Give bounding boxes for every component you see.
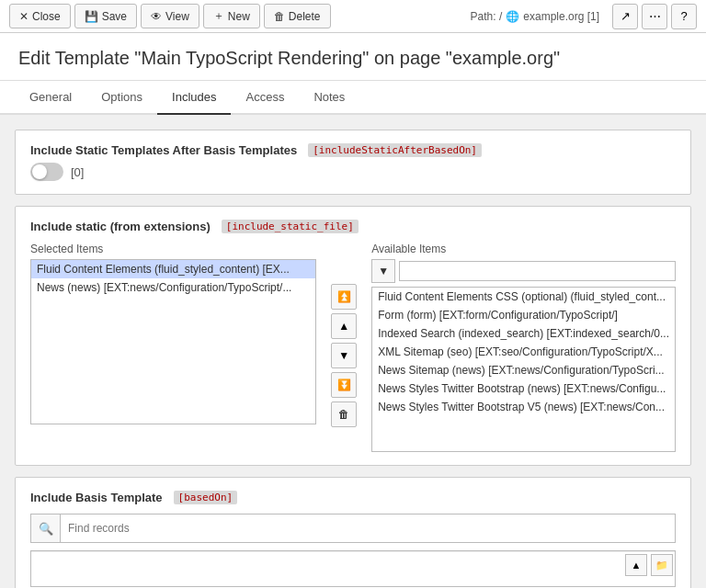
close-button[interactable]: ✕ Close	[9, 4, 71, 28]
selected-items-panel: Selected Items Fluid Content Elements (f…	[30, 243, 316, 452]
close-icon: ✕	[19, 10, 28, 23]
list-item[interactable]: News Styles Twitter Bootstrap (news) [EX…	[372, 379, 675, 398]
include-static-card: Include static (from extensions) [includ…	[15, 206, 691, 466]
tab-general[interactable]: General	[15, 81, 86, 115]
remove-button[interactable]: 🗑	[331, 401, 357, 427]
toolbar-left: ✕ Close 💾 Save 👁 View ＋ New 🗑 Delete	[9, 4, 331, 28]
new-button[interactable]: ＋ New	[203, 4, 260, 28]
save-icon: 💾	[85, 10, 98, 23]
tab-access[interactable]: Access	[231, 81, 299, 115]
filter-row: ▼	[371, 259, 676, 283]
list-item[interactable]: Fluid Content Elements CSS (optional) (f…	[372, 288, 675, 306]
move-top-icon: ⏫	[337, 290, 351, 303]
available-items-list[interactable]: Fluid Content Elements CSS (optional) (f…	[371, 287, 676, 452]
page-title: Edit Template "Main TypoScript Rendering…	[0, 33, 706, 81]
tab-notes[interactable]: Notes	[299, 81, 359, 115]
save-button[interactable]: 💾 Save	[74, 4, 137, 28]
static-templates-card: Include Static Templates After Basis Tem…	[15, 130, 691, 195]
delete-icon: 🗑	[274, 10, 285, 23]
basis-bottom-row: ▲ 📁	[31, 551, 675, 578]
view-button[interactable]: 👁 View	[141, 4, 199, 28]
toggle-value: [0]	[71, 165, 84, 179]
share-icon: ⋯	[649, 9, 661, 23]
view-icon: 👁	[151, 10, 162, 23]
list-item[interactable]: News Sitemap (news) [EXT:news/Configurat…	[372, 361, 675, 379]
basis-move-up-icon: ▲	[632, 560, 642, 571]
list-item[interactable]: Fluid Content Elements (fluid_styled_con…	[31, 260, 315, 278]
move-down-icon: ▼	[338, 349, 349, 362]
share-button[interactable]: ⋯	[642, 4, 667, 29]
remove-icon: 🗑	[338, 408, 349, 421]
basis-folder-icon: 📁	[655, 560, 668, 571]
list-item[interactable]: XML Sitemap (seo) [EXT:seo/Configuration…	[372, 343, 675, 361]
content-area: Include Static Templates After Basis Tem…	[0, 115, 706, 588]
static-templates-toggle[interactable]	[30, 163, 63, 181]
move-bottom-button[interactable]: ⏬	[331, 372, 357, 398]
list-item[interactable]: News (news) [EXT:news/Configuration/Typo…	[31, 278, 315, 297]
search-icon: 🔍	[39, 522, 53, 536]
globe-icon: 🌐	[506, 10, 519, 23]
include-static-tag: [include_static_file]	[222, 220, 359, 233]
available-items-label: Available Items	[371, 243, 676, 255]
include-static-label: Include static (from extensions)	[30, 220, 211, 233]
basis-template-label: Include Basis Template	[30, 491, 163, 504]
move-bottom-icon: ⏬	[337, 379, 351, 391]
move-buttons-panel: ⏫ ▲ ▼ ⏬ 🗑	[325, 243, 362, 452]
move-up-icon: ▲	[338, 320, 349, 333]
list-item[interactable]: Indexed Search (indexed_search) [EXT:ind…	[372, 324, 675, 343]
basis-move-up-button[interactable]: ▲	[625, 554, 647, 576]
filter-icon-button[interactable]: ▼	[371, 259, 395, 283]
selected-items-label: Selected Items	[30, 243, 316, 255]
filter-icon: ▼	[378, 265, 389, 277]
selected-items-list[interactable]: Fluid Content Elements (fluid_styled_con…	[30, 259, 316, 424]
move-top-button[interactable]: ⏫	[331, 284, 357, 310]
open-external-icon: ↗	[621, 9, 631, 23]
toggle-knob	[32, 164, 47, 179]
search-input[interactable]	[60, 514, 676, 543]
two-col-layout: Selected Items Fluid Content Elements (f…	[30, 243, 676, 452]
available-items-panel: Available Items ▼ Fluid Content Elements…	[371, 243, 676, 452]
help-icon: ?	[680, 9, 687, 23]
top-bar: ✕ Close 💾 Save 👁 View ＋ New 🗑 Delete Pat…	[0, 0, 706, 33]
basis-template-card: Include Basis Template [basedOn] 🔍 ▲ 📁	[15, 477, 691, 588]
search-icon-button[interactable]: 🔍	[30, 514, 60, 543]
static-templates-tag: [includeStaticAfterBasedOn]	[308, 143, 482, 157]
tab-includes[interactable]: Includes	[157, 81, 231, 115]
open-external-button[interactable]: ↗	[612, 4, 638, 29]
list-item[interactable]: News Styles Twitter Bootstrap V5 (news) …	[372, 398, 675, 416]
list-item[interactable]: Form (form) [EXT:form/Configuration/Typo…	[372, 306, 675, 324]
static-templates-label: Include Static Templates After Basis Tem…	[30, 143, 297, 157]
search-row: 🔍	[30, 514, 676, 543]
filter-input[interactable]	[399, 261, 676, 281]
move-down-button[interactable]: ▼	[331, 343, 357, 368]
path-display: Path: / 🌐 example.org [1]	[471, 10, 599, 23]
tab-bar: General Options Includes Access Notes	[0, 81, 706, 115]
basis-add-folder-button[interactable]: 📁	[651, 554, 673, 576]
move-up-button[interactable]: ▲	[331, 313, 357, 339]
toggle-row: [0]	[30, 163, 676, 181]
tab-options[interactable]: Options	[86, 81, 157, 115]
new-icon: ＋	[213, 8, 224, 24]
toolbar-right: ↗ ⋯ ?	[612, 4, 697, 29]
basis-template-tag: [basedOn]	[174, 491, 238, 504]
delete-button[interactable]: 🗑 Delete	[264, 4, 331, 28]
help-button[interactable]: ?	[671, 4, 697, 29]
basis-list-area: ▲ 📁	[30, 550, 676, 587]
